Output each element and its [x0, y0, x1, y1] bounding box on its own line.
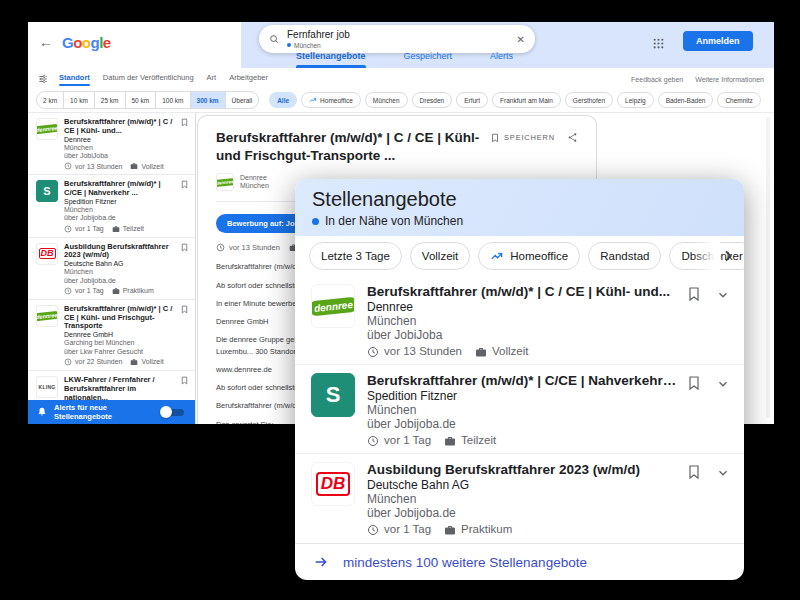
job-via: über Jobijoba.de — [367, 506, 728, 520]
bookmark-icon[interactable] — [180, 376, 189, 385]
search-box[interactable]: Fernfahrer job München ✕ — [259, 25, 535, 53]
filter-chip[interactable]: Letzte 3 Tage — [309, 242, 402, 270]
job-meta: vor 13 Stunden Vollzeit — [64, 162, 187, 170]
distance-option[interactable]: 100 km — [155, 92, 189, 108]
bookmark-icon[interactable] — [180, 243, 189, 252]
location-chip[interactable]: Gersthofen — [565, 92, 613, 108]
detail-company: Dennree — [240, 174, 269, 182]
overlay-subtitle-row: In der Nähe von München — [312, 214, 727, 228]
signin-button[interactable]: Anmelden — [683, 31, 753, 51]
clock-icon — [64, 358, 72, 366]
job-title: Berufskraftfahrer (m/w/d)* | C / CE | Kü… — [64, 305, 187, 332]
job-via: über JobiJoba — [367, 328, 728, 342]
job-list-item[interactable]: dennree Berufskraftfahrer (m/w/d)* | C /… — [295, 276, 744, 364]
location-dot-icon — [312, 218, 319, 225]
bookmark-icon[interactable] — [180, 180, 189, 189]
location-chip[interactable]: Baden-Baden — [658, 92, 714, 108]
apps-grid-icon[interactable] — [652, 37, 665, 50]
overlay-job-list: dennree Berufskraftfahrer (m/w/d)* | C /… — [295, 276, 744, 543]
alerts-toggle[interactable] — [160, 406, 186, 418]
job-location: Garching bei München — [64, 339, 187, 347]
save-button[interactable]: SPEICHERN — [490, 133, 555, 143]
bell-icon — [37, 407, 47, 417]
bookmark-icon[interactable] — [686, 286, 702, 302]
bookmark-icon[interactable] — [180, 118, 189, 127]
job-title: Berufskraftfahrer (m/w/d)* | C / CE | Kü… — [64, 118, 187, 136]
job-list-item[interactable]: dennree Berufskraftfahrer (m/w/d)* | C /… — [28, 113, 195, 175]
tab[interactable]: Alerts — [490, 51, 513, 68]
distance-option[interactable]: Überall — [225, 92, 259, 108]
location-chip[interactable]: München — [365, 92, 408, 108]
location-chip[interactable]: Chemnitz — [717, 92, 760, 108]
company-logo: DB — [311, 462, 355, 506]
distance-option[interactable]: 10 km — [63, 92, 94, 108]
location-chip[interactable]: Erfurt — [456, 92, 488, 108]
job-meta: vor 1 Tag Teilzeit — [64, 225, 187, 233]
filter-chip[interactable]: Homeoffice — [478, 242, 580, 270]
job-via: über Jobijoba.de — [367, 417, 728, 431]
job-title: LKW-Fahrer / Fernfahrer / Berufskraftfah… — [64, 376, 187, 400]
search-query[interactable]: Fernfahrer job — [287, 29, 509, 41]
job-list-item[interactable]: DB Ausbildung Berufskraftfahrer 2023 (w/… — [28, 238, 195, 300]
distance-option[interactable]: 300 km — [190, 92, 225, 108]
bookmark-icon[interactable] — [686, 464, 702, 480]
google-logo[interactable]: Google — [62, 34, 111, 51]
bookmark-icon[interactable] — [686, 375, 702, 391]
location-chip[interactable]: Dresden — [412, 92, 453, 108]
job-location: München — [64, 144, 187, 152]
search-location-row: München — [287, 42, 509, 49]
job-list-item[interactable]: DB Ausbildung Berufskraftfahrer 2023 (w/… — [295, 453, 744, 542]
info-link[interactable]: Weitere Informationen — [695, 76, 764, 83]
tune-filter-icon[interactable] — [38, 74, 48, 84]
location-chip[interactable]: Leipzig — [617, 92, 654, 108]
location-chips: Alle Homeoffice München — [269, 92, 761, 108]
chevron-right-icon[interactable] — [720, 248, 736, 264]
chevron-down-icon[interactable] — [716, 377, 730, 391]
alerts-bar-label: Alerts für neue Stellenangebote — [54, 403, 153, 421]
screen: ← Google Fernfahrer job München ✕ Anmeld… — [0, 0, 800, 600]
tab[interactable]: Gespeichert — [404, 51, 453, 68]
distance-option[interactable]: 25 km — [94, 92, 125, 108]
clear-search-icon[interactable]: ✕ — [517, 34, 525, 45]
chevron-down-icon[interactable] — [716, 466, 730, 480]
filter-category[interactable]: Art — [207, 73, 217, 82]
share-icon[interactable] — [567, 132, 578, 143]
more-jobs-link[interactable]: mindestens 100 weitere Stellenangebote — [295, 543, 744, 580]
job-company: Spedition Fitzner — [367, 389, 728, 403]
job-list: dennree Berufskraftfahrer (m/w/d)* | C /… — [28, 113, 195, 400]
info-link[interactable]: Feedback geben — [631, 76, 683, 83]
distance-option[interactable]: 2 km — [37, 92, 63, 108]
alerts-bar[interactable]: Alerts für neue Stellenangebote — [28, 400, 195, 424]
bookmark-icon[interactable] — [180, 305, 189, 314]
job-list-item[interactable]: KLING LKW-Fahrer / Fernfahrer / Berufskr… — [28, 371, 195, 400]
company-logo: KLING — [36, 376, 58, 398]
filter-category[interactable]: Standort — [59, 73, 90, 86]
location-chip[interactable]: Frankfurt am Main — [492, 92, 561, 108]
overlay-title: Stellenangebote — [312, 187, 727, 211]
filter-chip[interactable]: Vollzeit — [410, 242, 470, 270]
tab[interactable]: Stellenangebote — [296, 51, 366, 68]
location-chip[interactable]: Homeoffice — [301, 92, 361, 108]
filter-chip[interactable]: Randstad — [588, 242, 661, 270]
chips-bar: 2 km10 km25 km50 km100 km300 kmÜberall A… — [28, 88, 774, 113]
briefcase-icon — [130, 358, 138, 366]
job-list-item[interactable]: dennree Berufskraftfahrer (m/w/d)* | C /… — [28, 300, 195, 371]
filter-category[interactable]: Datum der Veröffentlichung — [103, 73, 194, 82]
job-title: Berufskraftfahrer (m/w/d)* | C/CE | Nahv… — [64, 180, 187, 198]
company-logo: S — [311, 373, 355, 417]
location-chip[interactable]: Alle — [269, 92, 297, 108]
chevron-down-icon[interactable] — [716, 288, 730, 302]
job-list-item[interactable]: S Berufskraftfahrer (m/w/d)* | C/CE | Na… — [295, 364, 744, 453]
job-list-item[interactable]: S Berufskraftfahrer (m/w/d)* | C/CE | Na… — [28, 175, 195, 237]
job-company: Dennree — [367, 300, 728, 314]
location-dot-icon — [287, 43, 291, 47]
back-icon[interactable]: ← — [39, 34, 53, 50]
job-meta: vor 13 Stunden Vollzeit — [367, 345, 728, 358]
clock-icon — [64, 287, 72, 295]
distance-option[interactable]: 50 km — [125, 92, 156, 108]
filter-category[interactable]: Arbeitgeber — [229, 73, 268, 82]
scrollbar[interactable] — [766, 117, 770, 418]
briefcase-icon — [475, 346, 487, 358]
company-logo: dennree — [216, 173, 234, 191]
job-location: München — [367, 314, 728, 328]
